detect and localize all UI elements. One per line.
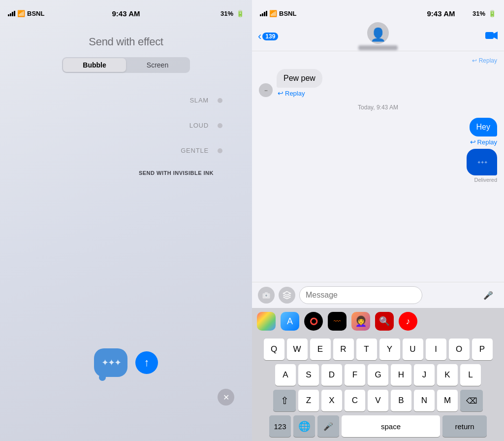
effect-slam[interactable]: SLAM [0, 88, 252, 113]
music-icon: ♪ [406, 316, 410, 327]
message-row-pew: ••• Pew pew ↩ Replay [259, 69, 497, 97]
replay-link-pew[interactable]: ↩ Replay [278, 89, 322, 97]
soundcloud-icon: 〰 [334, 317, 341, 325]
bubble-pew: Pew pew [277, 69, 322, 88]
num-key[interactable]: 123 [269, 415, 291, 437]
replay-arrow-right: ↩ [470, 138, 476, 146]
message-input[interactable] [299, 286, 422, 304]
replay-label-hey: Replay [477, 138, 497, 146]
keyboard-row-1: Q W E R T Y U I O P [254, 339, 502, 360]
key-M[interactable]: M [437, 390, 458, 411]
app-icons-row: A ⭕ 〰 👩‍🦱 🔍 ♪ [252, 308, 504, 335]
mic-key[interactable]: 🎤 [317, 415, 339, 437]
close-button[interactable]: ✕ [218, 389, 234, 406]
sender-avatar-small: ••• [259, 83, 273, 97]
time-left: 9:43 AM [112, 9, 140, 18]
avatar-app-icon[interactable]: 👩‍🦱 [351, 312, 370, 331]
svg-rect-0 [485, 32, 494, 39]
toolbar-area: 🎤 [252, 282, 504, 308]
tab-screen[interactable]: Screen [126, 58, 189, 72]
shift-key[interactable]: ⇧ [273, 390, 296, 411]
signal-bars-right [260, 11, 267, 16]
key-G[interactable]: G [368, 364, 388, 386]
key-S[interactable]: S [298, 364, 319, 386]
tab-bubble[interactable]: Bubble [63, 58, 126, 72]
message-row-hey: Hey ↩ Replay [259, 118, 497, 146]
carrier-left: BSNL [27, 10, 44, 17]
wifi-icon-right: 📶 [269, 10, 277, 17]
camera-button[interactable] [258, 287, 275, 304]
send-arrow-icon: ↑ [144, 357, 150, 368]
key-P[interactable]: P [472, 339, 493, 360]
bar2r [262, 13, 263, 16]
space-key[interactable]: space [342, 415, 440, 437]
key-N[interactable]: N [414, 390, 435, 411]
video-call-button[interactable] [485, 31, 498, 42]
avatar-app-icon-emoji: 👩‍🦱 [355, 315, 367, 327]
key-B[interactable]: B [391, 390, 411, 411]
music-app-icon[interactable]: ♪ [399, 312, 417, 331]
key-E[interactable]: E [310, 339, 331, 360]
wifi-icon-left: 📶 [17, 10, 25, 17]
key-V[interactable]: V [368, 390, 388, 411]
return-key[interactable]: return [442, 415, 487, 437]
messages-area[interactable]: ↩ Replay ••• Pew pew ↩ Replay Today, 9:4… [252, 51, 504, 282]
bar3r [264, 12, 265, 16]
key-L[interactable]: L [460, 364, 481, 386]
replay-label-pew: Replay [285, 90, 305, 97]
right-panel: 📶 BSNL 9:43 AM 31% 🔋 ‹ 139 👤 [252, 0, 504, 441]
search-app-icon[interactable]: 🔍 [375, 312, 394, 331]
globe-key[interactable]: 🌐 [293, 415, 315, 437]
bar4 [14, 11, 15, 16]
keyboard-row-2: A S D F G H J K L [254, 364, 502, 386]
key-Y[interactable]: Y [379, 339, 400, 360]
effect-gentle[interactable]: GENTLE [0, 138, 252, 163]
appstore-app-icon[interactable]: A [281, 312, 299, 331]
photos-app-icon[interactable] [257, 312, 276, 331]
replay-arrow-left: ↩ [278, 89, 284, 97]
partial-top-message: ↩ Replay [259, 55, 497, 66]
key-X[interactable]: X [321, 390, 342, 411]
effect-loud[interactable]: LOUD [0, 113, 252, 138]
bar1r [260, 14, 261, 16]
close-icon: ✕ [223, 393, 229, 402]
key-A[interactable]: A [275, 364, 296, 386]
key-W[interactable]: W [287, 339, 308, 360]
send-button[interactable]: ↑ [135, 351, 158, 374]
back-button[interactable]: ‹ 139 [258, 30, 278, 43]
key-Q[interactable]: Q [264, 339, 284, 360]
key-F[interactable]: F [345, 364, 365, 386]
soundcloud-app-icon[interactable]: 〰 [328, 312, 346, 331]
keyboard-row-3: ⇧ Z X C V B N M ⌫ [254, 390, 502, 411]
key-H[interactable]: H [391, 364, 411, 386]
person-icon: 👤 [370, 27, 386, 42]
key-Z[interactable]: Z [298, 390, 319, 411]
key-R[interactable]: R [333, 339, 354, 360]
activity-icon: ⭕ [310, 317, 318, 325]
activity-app-icon[interactable]: ⭕ [304, 312, 323, 331]
bar1 [8, 14, 9, 16]
keyboard-bottom-row: 123 🌐 🎤 space return [254, 415, 502, 437]
key-I[interactable]: I [426, 339, 446, 360]
appstore-button[interactable] [279, 287, 295, 304]
key-K[interactable]: K [437, 364, 458, 386]
video-icon [485, 31, 498, 40]
key-O[interactable]: O [449, 339, 470, 360]
key-U[interactable]: U [403, 339, 423, 360]
timestamp-center: Today, 9:43 AM [259, 104, 497, 111]
nav-contact[interactable]: 👤 [358, 22, 398, 50]
tab-row: Bubble Screen [62, 57, 190, 73]
signal-bars-left [8, 11, 15, 16]
replay-link-hey[interactable]: ↩ Replay [470, 138, 497, 146]
bar4r [266, 11, 267, 16]
invisible-ink-row[interactable]: SEND WITH INVISIBLE INK [0, 163, 252, 183]
effects-list: SLAM LOUD GENTLE SEND WITH INVISIBLE INK [0, 88, 252, 183]
key-C[interactable]: C [345, 390, 365, 411]
key-T[interactable]: T [356, 339, 377, 360]
delivered-label: Delivered [474, 177, 497, 183]
key-J[interactable]: J [414, 364, 435, 386]
delete-key[interactable]: ⌫ [460, 390, 483, 411]
battery-icon-left: 🔋 [236, 10, 244, 17]
key-D[interactable]: D [321, 364, 342, 386]
loud-dot [218, 123, 222, 128]
